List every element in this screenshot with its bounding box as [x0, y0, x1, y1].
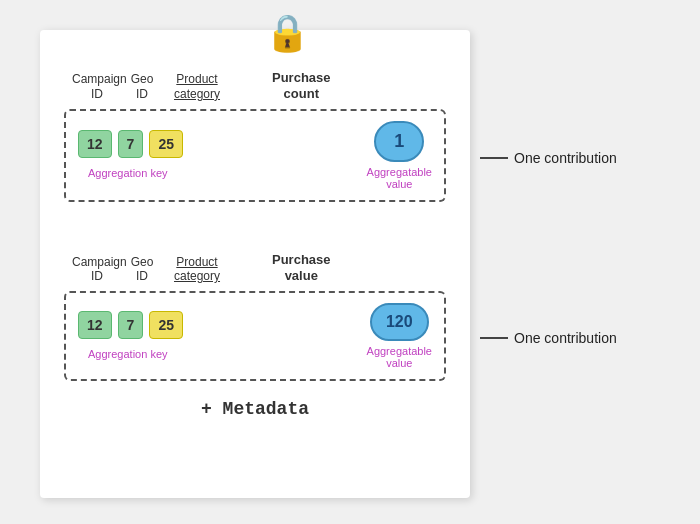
- aggregatable-value-label-2: Aggregatable value: [367, 345, 432, 369]
- lock-icon: 🔒: [265, 12, 310, 54]
- contribution-block-2: Campaign ID Geo ID Product category Purc…: [64, 252, 446, 381]
- column-headers-2: Campaign ID Geo ID Product category Purc…: [64, 252, 446, 283]
- annotation-line-1: [480, 157, 508, 159]
- product-category-header-2: Product category: [162, 255, 232, 284]
- chip-product-1: 25: [149, 130, 183, 158]
- chip-geo-1: 7: [118, 130, 144, 158]
- chip-campaign-1: 12: [78, 130, 112, 158]
- lock-container: 🔒: [265, 12, 310, 54]
- annotation-2: One contribution: [480, 330, 617, 346]
- scene: 🔒 Campaign ID Geo ID Product category Pu…: [20, 12, 680, 512]
- contribution-block-1: Campaign ID Geo ID Product category Purc…: [64, 70, 446, 202]
- value-group-1: 1 Aggregatable value: [347, 121, 432, 190]
- chips-row-1: 12 7 25: [78, 130, 183, 158]
- column-headers-1: Campaign ID Geo ID Product category Purc…: [64, 70, 446, 101]
- value-bubble-1: 1: [374, 121, 424, 162]
- campaign-id-header-1: Campaign ID: [72, 72, 122, 101]
- product-category-header-1: Product category: [162, 72, 232, 101]
- campaign-id-header-2: Campaign ID: [72, 255, 122, 284]
- annotation-label-2: One contribution: [514, 330, 617, 346]
- value-group-2: 120 Aggregatable value: [347, 303, 432, 369]
- metadata-text: + Metadata: [64, 399, 446, 419]
- aggregation-key-label-2: Aggregation key: [88, 348, 168, 360]
- chip-campaign-2: 12: [78, 311, 112, 339]
- annotation-label-1: One contribution: [514, 150, 617, 166]
- annotation-line-2: [480, 337, 508, 339]
- key-area-2: 12 7 25 Aggregation key: [78, 311, 183, 362]
- dashed-box-1: 12 7 25 Aggregation key 1 Aggregatable v…: [64, 109, 446, 202]
- chip-geo-2: 7: [118, 311, 144, 339]
- key-area-1: 12 7 25 Aggregation key: [78, 130, 183, 181]
- separator: [64, 212, 446, 232]
- paper-card: Campaign ID Geo ID Product category Purc…: [40, 30, 470, 498]
- aggregatable-value-label-1: Aggregatable value: [367, 166, 432, 190]
- value-bubble-2: 120: [370, 303, 429, 341]
- purchase-count-header-1: Purchase count: [272, 70, 331, 101]
- dashed-box-2: 12 7 25 Aggregation key 120 Aggregatable…: [64, 291, 446, 381]
- geo-id-header-2: Geo ID: [122, 255, 162, 284]
- annotation-1: One contribution: [480, 150, 617, 166]
- chip-product-2: 25: [149, 311, 183, 339]
- chips-row-2: 12 7 25: [78, 311, 183, 339]
- aggregation-key-label-1: Aggregation key: [88, 167, 168, 179]
- purchase-value-header-2: Purchase value: [272, 252, 331, 283]
- geo-id-header-1: Geo ID: [122, 72, 162, 101]
